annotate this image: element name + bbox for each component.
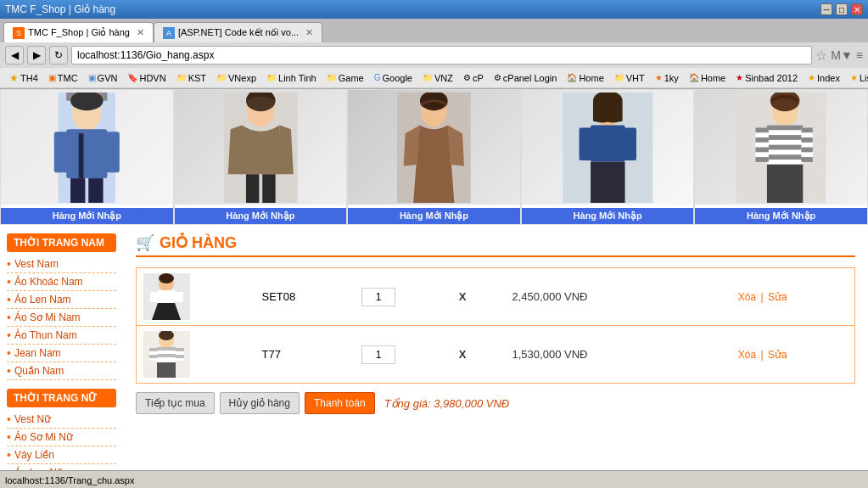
tab-close-2[interactable]: ✕ <box>305 27 313 38</box>
svg-rect-22 <box>623 127 636 160</box>
svg-rect-20 <box>591 125 624 161</box>
refresh-button[interactable]: ↻ <box>49 46 68 65</box>
continue-shopping-button[interactable]: Tiếp tục mua <box>136 392 215 414</box>
svg-rect-6 <box>70 178 85 203</box>
sidebar-item-vay-lien[interactable]: • Váy Liền <box>7 446 116 464</box>
sidebar-item-vest-nam[interactable]: • Vest Nam <box>7 255 116 273</box>
svg-rect-56 <box>149 348 158 351</box>
svg-rect-7 <box>88 178 103 203</box>
bookmark-star[interactable]: ☆ <box>815 48 827 64</box>
svg-rect-53 <box>157 347 176 351</box>
sidebar-women-title: THỜI TRANG NỮ <box>7 389 116 407</box>
mail-icon[interactable]: M▼ <box>831 48 853 62</box>
tab-label-2: [ASP.NET] Code kết nối vo... <box>178 27 299 38</box>
bm-google[interactable]: G Google <box>370 70 417 87</box>
sidebar-men-section: THỜI TRANG NAM • Vest Nam • Áo Khoác Nam… <box>7 233 116 380</box>
bm-sinbad[interactable]: ★ Sinbad 2012 <box>731 70 802 87</box>
bm-kst[interactable]: 📁 KST <box>172 70 210 87</box>
bm-vnz[interactable]: 📁 VNZ <box>418 70 457 87</box>
bm-home2[interactable]: 🏠 Home <box>685 70 730 87</box>
bm-hdvn[interactable]: 🔖 HDVN <box>123 70 170 87</box>
multiply-symbol-1: X <box>459 290 467 303</box>
price-cell-1: 2,450,000 VNĐ <box>506 268 705 326</box>
sidebar-item-ao-khoac-nam[interactable]: • Áo Khoác Nam <box>7 273 116 291</box>
bm-listsp[interactable]: ★ List_san_pham <box>846 70 868 87</box>
minimize-button[interactable]: ─ <box>820 3 832 15</box>
sidebar-men-list: • Vest Nam • Áo Khoác Nam • Áo Len Nam •… <box>7 255 116 380</box>
sidebar-item-ao-thun-nam[interactable]: • Áo Thun Nam <box>7 327 116 345</box>
sidebar-item-ao-so-mi-nam[interactable]: • Áo Sơ Mi Nam <box>7 309 116 327</box>
tab-aspnet[interactable]: A [ASP.NET] Code kết nối vo... ✕ <box>154 22 322 42</box>
table-row: T77 X 1,530,000 VNĐ Xóa | Sửa <box>137 326 855 384</box>
sidebar-item-ao-len-nam[interactable]: • Áo Len Nam <box>7 291 116 309</box>
svg-rect-42 <box>767 164 803 202</box>
sidebar-men-title: THỜI TRANG NAM <box>7 233 116 252</box>
svg-rect-46 <box>158 290 175 303</box>
title-text: TMC F_Shop | Giỏ hàng <box>5 3 820 15</box>
banner-label-2: Hàng Mới Nhập <box>175 208 347 224</box>
sidebar-item-quan-nam[interactable]: • Quần Nam <box>7 362 116 380</box>
delete-link-2[interactable]: Xóa <box>738 349 756 361</box>
separator-1: | <box>761 291 764 303</box>
sidebar-item-jean-nam[interactable]: • Jean Nam <box>7 345 116 362</box>
svg-rect-36 <box>756 157 769 162</box>
qty-input-2[interactable] <box>361 345 395 364</box>
delete-link-1[interactable]: Xóa <box>738 291 756 303</box>
address-input[interactable] <box>71 46 812 65</box>
page-content: Hàng Mới Nhập Hàng Mới Nhập <box>0 89 868 470</box>
status-url: localhost:1136/Trang_chu.aspx <box>5 475 134 485</box>
svg-rect-5 <box>79 133 84 178</box>
svg-rect-39 <box>802 137 813 142</box>
tab-cart[interactable]: S TMC F_Shop | Giỏ hàng ✕ <box>3 22 154 42</box>
tab-close-1[interactable]: ✕ <box>137 27 144 38</box>
multiply-symbol-2: X <box>459 348 467 361</box>
maximize-button[interactable]: □ <box>836 3 848 15</box>
menu-icon[interactable]: ≡ <box>856 48 863 62</box>
svg-rect-40 <box>802 147 813 152</box>
bm-th4[interactable]: ★ TH4 <box>5 70 42 87</box>
svg-rect-34 <box>756 137 769 142</box>
svg-rect-49 <box>175 292 183 302</box>
bm-gvn[interactable]: ▣ GVN <box>84 70 122 87</box>
svg-rect-60 <box>176 355 184 358</box>
banner-label-5: Hàng Mới Nhập <box>695 208 867 224</box>
svg-rect-57 <box>149 355 158 358</box>
svg-rect-3 <box>54 132 69 172</box>
cancel-cart-button[interactable]: Hủy giỏ hàng <box>220 392 300 414</box>
svg-rect-14 <box>262 174 275 203</box>
bm-index[interactable]: ★ Index <box>804 70 844 87</box>
bm-vnexp[interactable]: 📁 VNexp <box>212 70 260 87</box>
bm-cpanel[interactable]: ⚙ cPanel Login <box>490 70 562 87</box>
svg-rect-31 <box>767 154 803 160</box>
bm-tmc[interactable]: ▣ TMC <box>44 70 82 87</box>
product-thumb-cell-2 <box>137 326 255 384</box>
edit-link-2[interactable]: Sửa <box>768 349 787 361</box>
sidebar-item-ao-len-nu[interactable]: • Áo Len Nữ <box>7 464 116 470</box>
bm-1ky[interactable]: ★ 1ky <box>651 70 683 87</box>
bm-game[interactable]: 📁 Game <box>322 70 368 87</box>
bm-linhtinh[interactable]: 📁 Linh Tinh <box>262 70 321 87</box>
forward-button[interactable]: ▶ <box>27 46 46 65</box>
sidebar: THỜI TRANG NAM • Vest Nam • Áo Khoác Nam… <box>0 225 123 470</box>
svg-rect-41 <box>802 157 813 162</box>
total-value: 3,980,000 VNĐ <box>434 397 509 410</box>
cart-actions: Tiếp tục mua Hủy giỏ hàng Thanh toán Tổn… <box>136 392 855 414</box>
svg-point-47 <box>159 273 174 283</box>
product-thumb-1 <box>143 273 190 320</box>
sidebar-item-ao-so-mi-nu[interactable]: • Áo Sơ Mi Nữ <box>7 429 116 446</box>
close-button[interactable]: ✕ <box>851 3 863 15</box>
cart-title: 🛒 GIỎ HÀNG <box>136 233 855 257</box>
bm-vht[interactable]: 📁 VHT <box>610 70 649 87</box>
qty-input-1[interactable] <box>361 288 395 306</box>
qty-cell-1 <box>355 268 448 326</box>
separator-2: | <box>761 349 764 361</box>
bm-cp[interactable]: ⚙ cP <box>459 70 488 87</box>
edit-link-1[interactable]: Sửa <box>768 291 787 303</box>
sidebar-item-vest-nu[interactable]: • Vest Nữ <box>7 411 116 429</box>
window-controls: ─ □ ✕ <box>820 3 863 15</box>
bm-home1[interactable]: 🏠 Home <box>563 70 608 87</box>
action-cell-1: Xóa | Sửa <box>731 268 855 326</box>
checkout-button[interactable]: Thanh toán <box>305 392 375 414</box>
back-button[interactable]: ◀ <box>5 46 24 65</box>
svg-rect-28 <box>767 125 803 130</box>
